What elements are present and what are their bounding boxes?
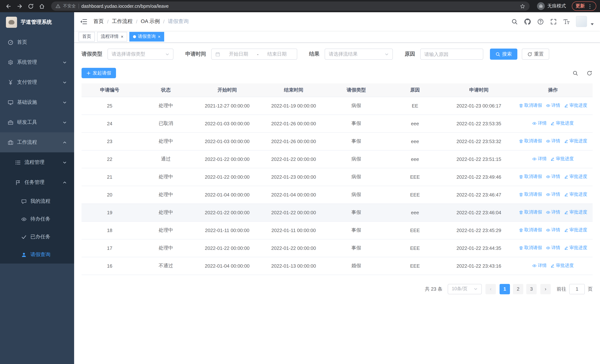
detail-action[interactable]: 详情 (546, 103, 560, 109)
table-row[interactable]: 25处理中2021-12-27 00:00:002022-01-19 00:00… (82, 97, 593, 114)
search-button[interactable]: 搜索 (490, 48, 517, 60)
close-tab-icon[interactable]: × (121, 34, 123, 39)
sidebar-item-workflow[interactable]: 工作流程 (0, 132, 74, 152)
table-row[interactable]: 21处理中2022-01-22 00:00:002022-01-23 00:00… (82, 168, 593, 186)
page-button-3[interactable]: 3 (526, 284, 537, 294)
detail-action[interactable]: 详情 (546, 138, 560, 144)
detail-action[interactable]: 详情 (532, 120, 547, 127)
sidebar-item-task-management[interactable]: 任务管理 (0, 172, 74, 192)
sidebar-item-leave-query[interactable]: 请假查询 (0, 246, 74, 263)
detail-action[interactable]: 详情 (532, 156, 547, 162)
total-count: 共 23 条 (425, 286, 442, 292)
toggle-search-icon[interactable] (572, 70, 579, 76)
approval-progress-action[interactable]: 审批进度 (564, 209, 587, 215)
table-row[interactable]: 20处理中2022-01-04 00:00:002022-01-04 00:00… (82, 186, 593, 204)
table-row[interactable]: 19处理中2022-01-22 00:00:002022-01-22 00:00… (82, 204, 593, 221)
cancel-leave-action[interactable]: 取消请假 (519, 103, 542, 109)
approval-progress-action[interactable]: 审批进度 (564, 245, 587, 251)
approval-progress-action[interactable]: 审批进度 (550, 156, 574, 162)
tab-process-detail[interactable]: 流程详情× (97, 32, 127, 41)
apply-time-range-picker[interactable]: 开始日期 - 结束日期 (211, 48, 297, 60)
result-select[interactable]: 请选择流结果 (325, 48, 393, 60)
breadcrumb-item[interactable]: OA 示例 (141, 18, 160, 25)
avatar-dropdown-caret-icon[interactable] (590, 22, 594, 27)
cancel-leave-action[interactable]: 取消请假 (519, 209, 542, 215)
close-tab-icon[interactable]: × (158, 34, 160, 39)
approval-progress-action[interactable]: 审批进度 (564, 103, 587, 109)
sidebar-item-todo-tasks[interactable]: 待办任务 (0, 210, 74, 228)
approval-progress-action[interactable]: 审批进度 (550, 120, 574, 127)
sidebar-item-my-process[interactable]: 我的流程 (0, 192, 74, 210)
help-icon[interactable] (537, 18, 544, 25)
detail-action[interactable]: 详情 (546, 227, 560, 233)
sidebar-item-home[interactable]: 首页 (0, 32, 74, 52)
sidebar-item-process-management[interactable]: 流程管理 (0, 152, 74, 172)
forward-icon[interactable] (15, 1, 24, 11)
sidebar-item-dev-tools[interactable]: 研发工具 (0, 112, 74, 132)
browser-menu-icon[interactable]: ⋮ (587, 3, 593, 9)
fullscreen-icon[interactable] (550, 18, 557, 25)
goto-page-input[interactable] (569, 284, 585, 294)
sidebar-item-done-tasks[interactable]: 已办任务 (0, 228, 74, 246)
table-row[interactable]: 24已取消2022-01-03 00:00:002022-01-26 00:00… (82, 114, 593, 132)
table-row[interactable]: 23处理中2022-01-03 00:00:002022-01-26 00:00… (82, 132, 593, 150)
sidebar-item-system[interactable]: 系统管理 (0, 52, 74, 72)
detail-action[interactable]: 详情 (532, 263, 547, 269)
table-row[interactable]: 16不通过2022-01-04 00:00:002022-01-13 00:00… (82, 257, 593, 275)
bookmark-star-icon[interactable] (520, 3, 525, 9)
create-leave-button[interactable]: 发起请假 (82, 68, 116, 78)
cancel-leave-action[interactable]: 取消请假 (519, 245, 542, 251)
cell-end: 2022-01-26 00:00:00 (260, 132, 327, 150)
cancel-leave-action[interactable]: 取消请假 (519, 138, 542, 144)
refresh-table-icon[interactable] (586, 70, 593, 76)
next-page-button[interactable]: › (540, 284, 551, 294)
url-text[interactable]: dashboard.yudao.iocoder.cn/bpm/oa/leave (81, 3, 517, 9)
page-button-1[interactable]: 1 (500, 284, 510, 294)
approval-progress-action[interactable]: 审批进度 (564, 191, 587, 198)
sidebar-item-payment[interactable]: 支付管理 (0, 72, 74, 92)
detail-action[interactable]: 详情 (546, 245, 560, 251)
page-size-select[interactable]: 10条/页 (448, 284, 482, 294)
prev-page-button[interactable]: ‹ (486, 284, 496, 294)
home-icon[interactable] (37, 1, 47, 11)
leave-type-select[interactable]: 请选择请假类型 (107, 48, 173, 60)
cancel-leave-action[interactable]: 取消请假 (519, 227, 542, 233)
action-label: 审批进度 (569, 138, 587, 144)
reset-button[interactable]: 重置 (522, 48, 549, 60)
sidebar-collapse-icon[interactable] (80, 18, 87, 25)
approval-progress-action[interactable]: 审批进度 (564, 174, 587, 180)
breadcrumb-item[interactable]: 首页 (94, 18, 104, 25)
table-row[interactable]: 22通过2022-01-22 00:00:002022-01-22 00:00:… (82, 150, 593, 168)
detail-action[interactable]: 详情 (546, 191, 560, 198)
table-row[interactable]: 17处理中2022-01-22 00:00:002022-01-22 00:00… (82, 239, 593, 257)
address-bar[interactable]: 不安全 dashboard.yudao.iocoder.cn/bpm/oa/le… (51, 1, 530, 11)
refresh-icon (527, 52, 532, 56)
browser-update-button[interactable]: 更新 ⋮ (572, 1, 596, 11)
detail-action[interactable]: 详情 (546, 209, 560, 215)
page-button-2[interactable]: 2 (513, 284, 523, 294)
column-header: 状态 (138, 84, 194, 97)
approval-progress-action[interactable]: 审批进度 (550, 263, 574, 269)
reload-icon[interactable] (26, 1, 36, 11)
breadcrumb-item[interactable]: 工作流程 (112, 18, 133, 25)
cell-actions: 详情审批进度 (513, 257, 593, 275)
tab-home[interactable]: 首页 (79, 32, 95, 41)
reason-input[interactable] (424, 51, 479, 57)
security-label[interactable]: 不安全 (63, 3, 76, 9)
cancel-leave-action[interactable]: 取消请假 (519, 174, 542, 180)
cancel-leave-action[interactable]: 取消请假 (519, 191, 542, 198)
approval-progress-action[interactable]: 审批进度 (564, 138, 587, 144)
sidebar-item-infrastructure[interactable]: 基础设施 (0, 92, 74, 112)
github-icon[interactable] (524, 18, 531, 25)
back-icon[interactable] (4, 1, 13, 11)
cell-type: 事假 (327, 204, 386, 221)
app-logo[interactable]: 芋道管理系统 (0, 12, 74, 32)
header-search-icon[interactable] (511, 18, 518, 25)
tab-leave-query[interactable]: 请假查询× (129, 32, 164, 41)
font-size-icon[interactable] (563, 18, 570, 25)
detail-action[interactable]: 详情 (546, 174, 560, 180)
action-label: 审批进度 (556, 120, 574, 127)
user-avatar[interactable] (576, 16, 587, 27)
table-row[interactable]: 18处理中2022-01-11 00:00:002022-01-11 00:00… (82, 221, 593, 239)
approval-progress-action[interactable]: 审批进度 (564, 227, 587, 233)
